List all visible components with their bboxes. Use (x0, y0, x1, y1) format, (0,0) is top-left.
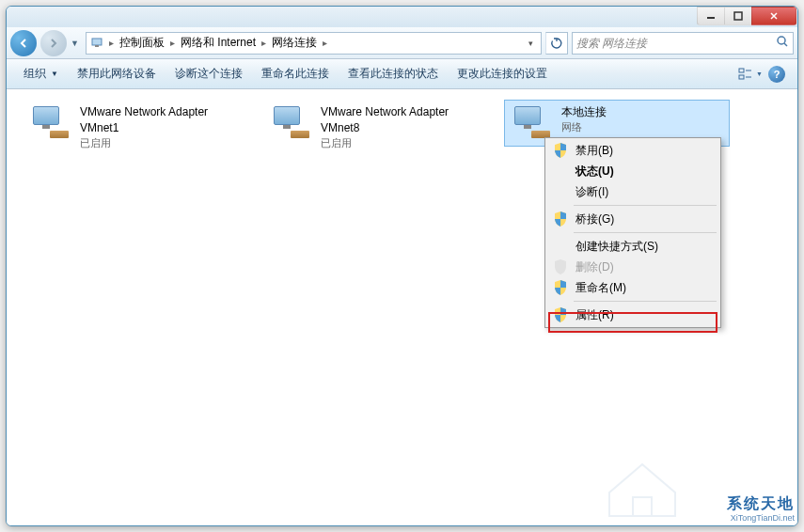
minimize-button[interactable] (697, 7, 725, 25)
shield-icon-disabled (553, 259, 568, 274)
menu-delete: 删除(D) (547, 257, 718, 277)
context-menu: 禁用(B) 状态(U) 诊断(I) 桥接(G) 创建快捷方式(S) 删除(D) … (544, 137, 721, 328)
menu-status[interactable]: 状态(U) (547, 161, 718, 181)
svg-rect-3 (95, 45, 99, 47)
organize-menu[interactable]: 组织▼ (14, 62, 68, 86)
adapter-info: 本地连接 网络 (561, 104, 725, 134)
menu-disable[interactable]: 禁用(B) (547, 140, 718, 161)
svg-rect-1 (734, 12, 742, 20)
network-adapter-icon (27, 104, 72, 142)
rename-button[interactable]: 重命名此连接 (252, 62, 339, 86)
command-toolbar: 组织▼ 禁用此网络设备 诊断这个连接 重命名此连接 查看此连接的状态 更改此连接… (7, 59, 797, 89)
back-button[interactable] (10, 30, 37, 56)
svg-rect-6 (739, 69, 744, 72)
window-controls (698, 7, 796, 25)
address-dropdown[interactable]: ▾ (523, 39, 539, 48)
forward-button[interactable] (40, 30, 67, 56)
menu-rename[interactable]: 重命名(M) (547, 277, 718, 298)
search-bar[interactable] (572, 32, 794, 55)
breadcrumb: ▸ 控制面板 ▸ 网络和 Internet ▸ 网络连接 ▸ (107, 33, 329, 54)
close-button[interactable] (751, 7, 796, 25)
address-bar[interactable]: ▸ 控制面板 ▸ 网络和 Internet ▸ 网络连接 ▸ ▾ (86, 32, 542, 55)
menu-separator (574, 232, 717, 233)
adapter-vmnet1[interactable]: VMware Network Adapter VMnet1 已启用 (24, 101, 249, 154)
adapter-info: VMware Network Adapter VMnet8 已启用 (321, 104, 486, 150)
breadcrumb-separator[interactable]: ▸ (107, 38, 116, 48)
view-status-button[interactable]: 查看此连接的状态 (339, 62, 448, 86)
menu-properties[interactable]: 属性(R) (547, 305, 718, 325)
refresh-button[interactable] (545, 32, 568, 55)
network-adapter-icon (509, 104, 554, 142)
breadcrumb-network-internet[interactable]: 网络和 Internet (177, 33, 260, 54)
search-input[interactable] (576, 37, 776, 50)
breadcrumb-network-connections[interactable]: 网络连接 (268, 33, 321, 54)
shield-icon (553, 307, 568, 322)
adapter-vmnet8[interactable]: VMware Network Adapter VMnet8 已启用 (264, 101, 490, 154)
help-button[interactable]: ? (764, 63, 790, 86)
breadcrumb-separator[interactable]: ▸ (321, 38, 329, 48)
disable-device-button[interactable]: 禁用此网络设备 (68, 62, 166, 86)
watermark: 系统天地 XiTongTianDi.net (727, 494, 795, 524)
shield-icon (553, 280, 568, 295)
view-options-button[interactable]: ▼ (737, 63, 764, 86)
help-icon: ? (768, 66, 785, 83)
titlebar[interactable] (7, 7, 797, 27)
svg-rect-2 (92, 39, 102, 45)
breadcrumb-control-panel[interactable]: 控制面板 (116, 33, 168, 54)
search-icon[interactable] (776, 35, 789, 51)
breadcrumb-separator[interactable]: ▸ (168, 38, 177, 48)
navigation-bar: ▼ ▸ 控制面板 ▸ 网络和 Internet ▸ 网络连接 ▸ ▾ (7, 27, 797, 59)
menu-separator (574, 205, 717, 206)
svg-rect-0 (707, 17, 715, 19)
breadcrumb-separator[interactable]: ▸ (260, 38, 268, 48)
adapter-info: VMware Network Adapter VMnet1 已启用 (80, 104, 245, 150)
change-settings-button[interactable]: 更改此连接的设置 (448, 62, 557, 86)
maximize-button[interactable] (724, 7, 752, 25)
diagnose-button[interactable]: 诊断这个连接 (166, 62, 252, 86)
location-icon (88, 34, 107, 53)
shield-icon (553, 211, 568, 227)
decorative-house-icon (600, 455, 685, 521)
menu-diagnose[interactable]: 诊断(I) (547, 181, 718, 202)
svg-line-5 (784, 43, 787, 46)
shield-icon (553, 143, 568, 158)
menu-create-shortcut[interactable]: 创建快捷方式(S) (547, 236, 718, 257)
history-dropdown[interactable]: ▼ (71, 39, 82, 48)
svg-rect-7 (739, 75, 744, 79)
svg-point-4 (778, 37, 785, 44)
menu-bridge[interactable]: 桥接(G) (547, 209, 718, 229)
menu-separator (574, 301, 717, 302)
network-adapter-icon (268, 104, 313, 142)
